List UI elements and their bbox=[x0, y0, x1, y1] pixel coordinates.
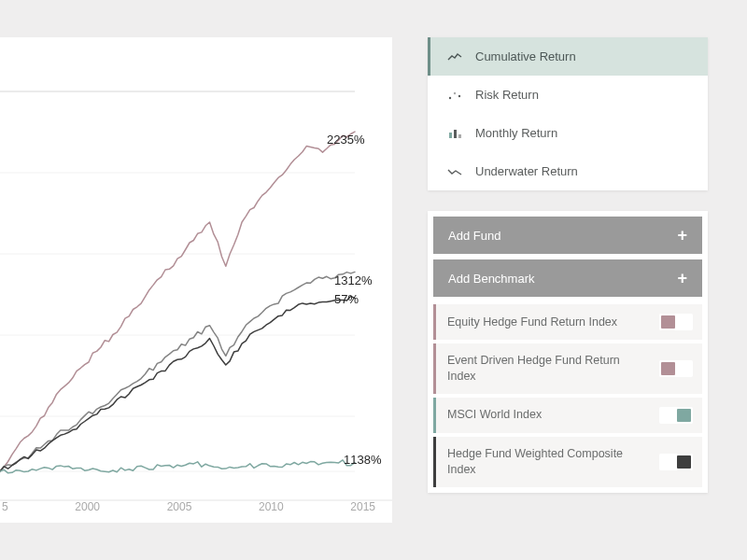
benchmark-label: MSCI World Index bbox=[436, 407, 650, 423]
add-fund-label: Add Fund bbox=[448, 229, 500, 243]
benchmark-toggle[interactable] bbox=[659, 454, 693, 470]
x-tick: 2010 bbox=[259, 500, 284, 517]
series-endlabel-equity: 2235% bbox=[327, 133, 364, 147]
series-line bbox=[0, 132, 355, 471]
plus-icon: + bbox=[677, 227, 687, 244]
benchmark-event: Event Driven Hedge Fund Return Index bbox=[433, 343, 702, 394]
series-line bbox=[0, 296, 355, 471]
svg-rect-11 bbox=[454, 130, 457, 138]
chart-type-label: Risk Return bbox=[475, 88, 539, 102]
series-endlabel-event: 1312% bbox=[334, 273, 372, 287]
chart-type-monthly[interactable]: Monthly Return bbox=[428, 114, 708, 152]
chart-type-label: Monthly Return bbox=[475, 126, 557, 140]
svg-point-8 bbox=[454, 91, 456, 93]
svg-rect-12 bbox=[458, 134, 461, 138]
benchmark-label: Hedge Fund Weighted Composite Index bbox=[436, 446, 650, 478]
chart-type-cumulative[interactable]: Cumulative Return bbox=[428, 37, 708, 76]
add-fund-button[interactable]: Add Fund + bbox=[433, 217, 702, 254]
cumulative-return-chart bbox=[0, 37, 392, 523]
chart-type-risk[interactable]: Risk Return bbox=[428, 76, 708, 114]
svg-rect-10 bbox=[449, 133, 452, 138]
benchmark-composite: Hedge Fund Weighted Composite Index bbox=[433, 437, 702, 487]
add-benchmark-button[interactable]: Add Benchmark + bbox=[433, 259, 702, 297]
chart-type-label: Underwater Return bbox=[475, 164, 578, 178]
x-tick: 5 bbox=[2, 500, 8, 517]
scatter-icon bbox=[447, 89, 462, 102]
area-icon bbox=[447, 165, 462, 178]
x-tick: 2000 bbox=[75, 500, 100, 517]
benchmark-label: Equity Hedge Fund Return Index bbox=[436, 315, 650, 330]
benchmark-toggle[interactable] bbox=[659, 314, 693, 330]
plus-icon: + bbox=[677, 270, 687, 287]
benchmark-toggle[interactable] bbox=[659, 360, 693, 377]
series-endlabel-composite: 57% bbox=[334, 292, 359, 306]
bar-icon bbox=[447, 127, 462, 140]
benchmark-list: Equity Hedge Fund Return Index Event Dri… bbox=[428, 297, 708, 493]
series-endlabel-msci: 1138% bbox=[344, 453, 381, 467]
x-tick: 2005 bbox=[167, 500, 192, 517]
svg-point-9 bbox=[458, 94, 460, 96]
benchmark-equity: Equity Hedge Fund Return Index bbox=[433, 304, 702, 340]
svg-point-7 bbox=[449, 96, 451, 98]
sidebar: Cumulative Return Risk Return Monthly Re… bbox=[428, 37, 708, 493]
x-tick: 2015 bbox=[350, 500, 375, 517]
benchmark-msci: MSCI World Index bbox=[433, 398, 702, 433]
series-line bbox=[0, 272, 355, 471]
chart-type-selector: Cumulative Return Risk Return Monthly Re… bbox=[428, 37, 708, 190]
add-benchmark-label: Add Benchmark bbox=[448, 272, 535, 286]
chart-panel: 2235% 1312% 57% 1138% 5 2000 2005 2010 2… bbox=[0, 37, 392, 523]
benchmark-label: Event Driven Hedge Fund Return Index bbox=[436, 353, 650, 385]
line-icon bbox=[447, 50, 462, 63]
chart-type-underwater[interactable]: Underwater Return bbox=[428, 152, 708, 190]
x-axis-ticks: 5 2000 2005 2010 2015 bbox=[0, 500, 392, 517]
benchmark-toggle[interactable] bbox=[659, 407, 693, 424]
chart-type-label: Cumulative Return bbox=[475, 49, 576, 63]
benchmarks-panel: Add Fund + Add Benchmark + Equity Hedge … bbox=[428, 211, 708, 493]
